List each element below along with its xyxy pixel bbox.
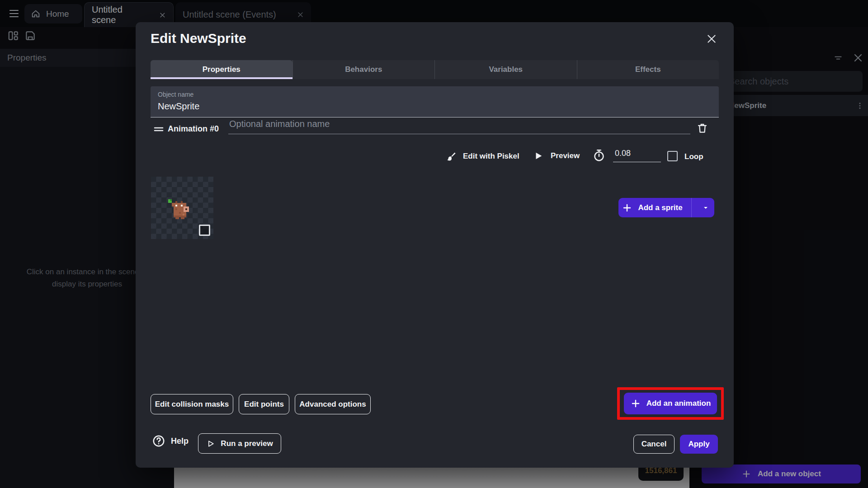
chevron-down-icon bbox=[702, 204, 709, 211]
plus-icon bbox=[622, 202, 632, 213]
brush-icon bbox=[445, 150, 457, 162]
add-sprite-button[interactable]: Add a sprite bbox=[618, 198, 714, 217]
trash-icon bbox=[696, 122, 708, 134]
cancel-button[interactable]: Cancel bbox=[633, 435, 675, 454]
delete-animation-button[interactable] bbox=[696, 122, 708, 134]
edit-collision-masks-button[interactable]: Edit collision masks bbox=[151, 394, 233, 414]
edit-with-piskel-button[interactable]: Edit with Piskel bbox=[445, 150, 519, 162]
time-between-frames-input[interactable] bbox=[613, 149, 661, 162]
advanced-options-button[interactable]: Advanced options bbox=[295, 394, 371, 414]
plus-icon bbox=[630, 398, 641, 409]
tab-effects[interactable]: Effects bbox=[577, 60, 719, 79]
preview-animation-button[interactable]: Preview bbox=[533, 150, 580, 161]
animation-name-input[interactable] bbox=[228, 119, 690, 134]
pig-sprite-image bbox=[166, 197, 192, 221]
dialog-close-button[interactable] bbox=[706, 33, 717, 45]
app-window: Home Untitled scene Untitled scene (Even… bbox=[0, 0, 868, 488]
tab-properties[interactable]: Properties bbox=[151, 60, 292, 79]
highlight-rectangle: Add an animation bbox=[617, 387, 724, 420]
drag-handle-icon[interactable] bbox=[153, 125, 164, 133]
run-a-preview-button[interactable]: Run a preview bbox=[198, 433, 281, 454]
play-icon bbox=[533, 150, 543, 161]
dialog-title: Edit NewSprite bbox=[151, 31, 246, 46]
help-circle-icon bbox=[152, 434, 165, 448]
help-button[interactable]: Help bbox=[152, 434, 189, 448]
tab-behaviors[interactable]: Behaviors bbox=[292, 60, 435, 79]
apply-button[interactable]: Apply bbox=[680, 435, 718, 454]
loop-checkbox[interactable] bbox=[667, 151, 678, 161]
edit-object-dialog: Edit NewSprite Properties Behaviors Vari… bbox=[136, 22, 734, 468]
object-name-label: Object name bbox=[158, 91, 712, 98]
animation-label: Animation #0 bbox=[168, 124, 219, 134]
sprite-frame-thumbnail[interactable] bbox=[151, 177, 213, 239]
split-button-divider bbox=[691, 198, 692, 217]
edit-points-button[interactable]: Edit points bbox=[239, 394, 289, 414]
frame-select-checkbox[interactable] bbox=[199, 225, 210, 236]
add-sprite-dropdown[interactable] bbox=[697, 198, 714, 217]
add-an-animation-button[interactable]: Add an animation bbox=[624, 393, 717, 414]
dialog-tabs: Properties Behaviors Variables Effects bbox=[151, 60, 719, 79]
timer-icon bbox=[592, 149, 606, 162]
close-icon bbox=[706, 33, 717, 45]
tab-variables[interactable]: Variables bbox=[434, 60, 577, 79]
loop-label: Loop bbox=[684, 152, 703, 161]
play-outline-icon bbox=[206, 439, 215, 449]
object-name-field[interactable]: Object name NewSprite bbox=[151, 86, 719, 117]
object-name-value[interactable]: NewSprite bbox=[158, 101, 712, 112]
